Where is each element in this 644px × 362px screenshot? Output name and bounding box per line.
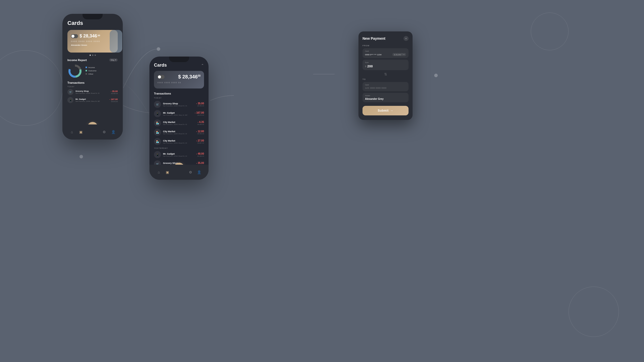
chevron-up-icon[interactable]: ⌃ xyxy=(201,63,204,67)
yesterday-label: YESTERDAY xyxy=(154,147,204,149)
tx2-name-1: Grocery Shop xyxy=(163,102,194,105)
tx2-name-4: City Market xyxy=(163,130,194,133)
card2-number: 0000 0000 0000 00 xyxy=(157,82,200,83)
card-carousel-dots xyxy=(67,55,118,56)
tx2-amt-3: - 4.35 xyxy=(197,121,204,123)
grocery-icon-2: 🛒 xyxy=(154,101,161,108)
swap-icon[interactable]: ⇅ xyxy=(384,72,387,76)
swap-container: ⇅ xyxy=(363,72,409,76)
tx2-addr-5: San Francisco, 12334, Broad St. 23 xyxy=(163,142,194,144)
dot-3 xyxy=(95,55,96,56)
nav-settings-1[interactable]: ⚙ xyxy=(102,129,107,135)
legend-other-dot xyxy=(86,73,87,75)
phone2-notch xyxy=(169,57,189,62)
tx2-amt-2: - 167.00 xyxy=(195,111,204,114)
tx2-addr-3: San Francisco, 12334, Broad St. 23 xyxy=(163,124,195,125)
tx2-amt-6: - 48.00 xyxy=(196,152,204,155)
svg-point-3 xyxy=(71,68,78,75)
card-amount: $ 28,34600 xyxy=(79,33,100,39)
tx2-amt-7: - 35.00 xyxy=(196,162,204,164)
tx-name-1: Grocery Shop xyxy=(75,90,109,92)
tx2-bal-4: 28,450.00 xyxy=(196,133,204,134)
tx2-addr-1: San Francisco, 12334, Broad St. 23 xyxy=(163,105,194,107)
month-selector[interactable]: May ▾ xyxy=(109,58,118,62)
legend-outcome: Outcome xyxy=(86,70,118,72)
list-item: 📱 Mr. Gadget San Francisco, 12334, Broad… xyxy=(154,151,204,158)
gadget-icon-2: 📱 xyxy=(154,110,161,117)
submit-label: Submit xyxy=(378,109,389,112)
close-button[interactable]: × xyxy=(404,36,409,41)
from-card-group: Card 0000 0*** *** 1234 $ 28,346 °° ▾ xyxy=(363,48,409,58)
sum-value[interactable]: 200 xyxy=(367,64,373,68)
tx2-name-3: City Market xyxy=(163,121,195,123)
tx2-bal-5: 28,987.00 xyxy=(196,142,204,144)
income-report-section: Income Report May ▾ xyxy=(67,58,118,79)
list-item: 🛒 Grocery Shop San Francisco, 12334, Bro… xyxy=(154,101,204,108)
nav-cards-2[interactable]: ▣ xyxy=(165,169,170,175)
table-row: 📱 Mr. Gadget San Francisco, 12334, Shiny… xyxy=(67,97,118,103)
legend-other: Other xyxy=(86,73,118,75)
today-label: TODAY xyxy=(67,86,118,87)
tx2-name-2: Mr. Gadget xyxy=(163,112,193,114)
sum-group: Sum $ 200 xyxy=(363,60,409,70)
income-legend: Income Outcome Other xyxy=(86,66,118,76)
tx-address-2: San Francisco, 12334, Shiny St. 387 xyxy=(75,101,107,102)
card-number: 0000 0000 0000 0000 xyxy=(71,40,114,42)
tx2-title: Transactions xyxy=(154,92,204,95)
submit-arrow-icon: → xyxy=(390,109,393,112)
card2-amount: $ 28,34600 xyxy=(178,74,200,80)
table-row: 🛒 Grocery Shop San Francisco, 12334, Bro… xyxy=(67,89,118,95)
tx-address-1: San Francisco, 12334, Broad St. 23 xyxy=(75,93,109,94)
transactions-title: Transactions xyxy=(67,81,118,84)
card2-toggle[interactable] xyxy=(157,75,165,79)
nav-home-2[interactable]: ⌂ xyxy=(156,169,162,175)
legend-income-dot xyxy=(86,67,87,68)
tx-amount-2: - 167.00 xyxy=(109,98,118,101)
bottom-nav-1: ⌂ ▣ ⚙ 👤 xyxy=(62,124,123,140)
income-donut-chart xyxy=(67,64,83,79)
tx2-name-6: Mr. Gadget xyxy=(163,153,194,155)
transactions-section: Transactions TODAY 🛒 Grocery Shop San Fr… xyxy=(67,81,118,103)
tx2-name-5: City Market xyxy=(163,140,194,142)
bg-dot-3 xyxy=(434,74,438,77)
tx2-bal-6: 29,180.00 xyxy=(196,155,204,157)
to-card-group: Card 123: 0000 0000 0000 xyxy=(363,82,409,91)
tx-amount-1: - 35.00 xyxy=(111,90,118,93)
to-card-number[interactable]: 123: 0000 0000 0000 xyxy=(365,87,406,89)
tx2-addr-2: San Francisco, 12334, Shiny St. 987 xyxy=(163,114,193,116)
nav-profile-2[interactable]: 👤 xyxy=(196,169,202,175)
tx2-amt-5: - 27.00 xyxy=(196,139,204,142)
nav-profile-1[interactable]: 👤 xyxy=(110,129,116,135)
phone1-notch xyxy=(83,14,103,19)
dot-2 xyxy=(92,55,93,56)
market-icon-1: 🏪 xyxy=(154,119,161,126)
holder-label: Holder xyxy=(365,95,406,97)
legend-other-label: Other xyxy=(88,73,93,75)
grocery-icon: 🛒 xyxy=(67,89,73,95)
nav-cards-1[interactable]: ▣ xyxy=(78,129,84,135)
gadget-icon: 📱 xyxy=(67,97,73,103)
to-card-label: Card xyxy=(365,84,406,86)
bottom-nav-2: ⌂ ▣ ⚙ 👤 xyxy=(149,165,209,180)
legend-income: Income xyxy=(86,66,118,69)
from-card-number[interactable]: 0000 0*** *** 1234 xyxy=(365,54,381,56)
legend-income-label: Income xyxy=(88,66,95,69)
phone-cards: Cards $ 28,34600 0000 0000 0000 0000 Ale… xyxy=(62,14,123,140)
card-widget-2-main: $ 28,34600 0000 0000 0000 00 xyxy=(154,71,204,88)
nav-settings-2[interactable]: ⚙ xyxy=(188,169,193,175)
phone2-title: Cards xyxy=(154,63,167,68)
card-widget-2 xyxy=(110,30,122,53)
payment-header: New Payment × xyxy=(363,36,409,41)
card-field-label: Card xyxy=(365,50,406,52)
dot-1 xyxy=(90,55,91,56)
list-item: 📱 Mr. Gadget San Francisco, 12334, Shiny… xyxy=(154,110,204,117)
market-icon-3: 🏪 xyxy=(154,138,161,145)
today-label-2: TODAY xyxy=(154,97,204,99)
tx2-addr-4: San Francisco, 12334, Broad St. 23 xyxy=(163,133,194,134)
holder-group: Holder Alexander Grey xyxy=(363,93,409,102)
nav-home-1[interactable]: ⌂ xyxy=(69,129,75,135)
gadget-icon-3: 📱 xyxy=(154,151,161,158)
card-toggle-switch[interactable] xyxy=(71,34,78,38)
submit-button[interactable]: Submit → xyxy=(363,106,409,115)
holder-value: Alexander Grey xyxy=(365,98,406,100)
